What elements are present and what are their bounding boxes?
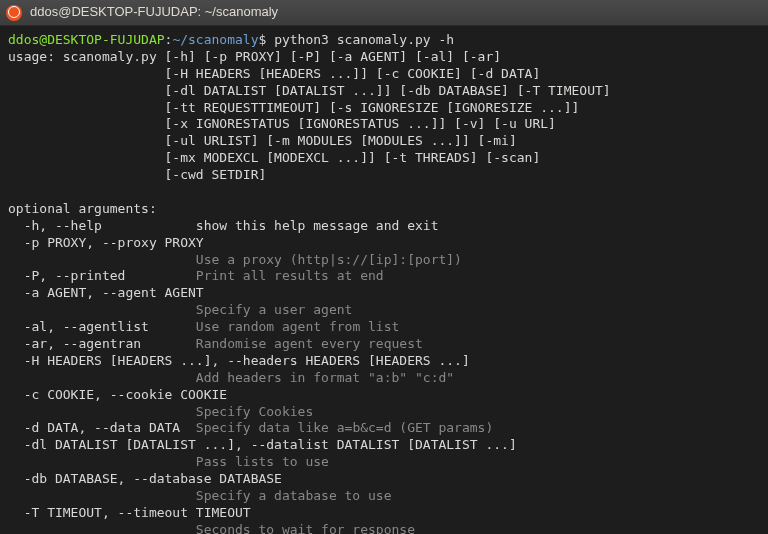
arg-agent-flag: -a AGENT, --agent AGENT: [8, 285, 760, 302]
usage-line: [-dl DATALIST [DATALIST ...]] [-db DATAB…: [8, 83, 760, 100]
command-text: python3 scanomaly.py -h: [274, 32, 454, 47]
arg-datalist-flag: -dl DATALIST [DATALIST ...], --datalist …: [8, 437, 760, 454]
arg-timeout-flag: -T TIMEOUT, --timeout TIMEOUT: [8, 505, 760, 522]
arg-headers-flag: -H HEADERS [HEADERS ...], --headers HEAD…: [8, 353, 760, 370]
window-titlebar: ddos@DESKTOP-FUJUDAP: ~/scanomaly: [0, 0, 768, 26]
arg-data: -d DATA, --data DATA Specify data like a…: [8, 420, 760, 437]
blank-line: [8, 184, 760, 201]
arg-headers-desc: Add headers in format "a:b" "c:d": [8, 370, 760, 387]
arg-database-desc: Specify a database to use: [8, 488, 760, 505]
terminal-body[interactable]: ddos@DESKTOP-FUJUDAP:~/scanomaly$ python…: [0, 26, 768, 534]
arg-help: -h, --help show this help message and ex…: [8, 218, 760, 235]
arg-database-flag: -db DATABASE, --database DATABASE: [8, 471, 760, 488]
arg-agentran: -ar, --agentran Randomise agent every re…: [8, 336, 760, 353]
arg-desc: show this help message and exit: [196, 218, 439, 233]
window-title: ddos@DESKTOP-FUJUDAP: ~/scanomaly: [30, 4, 278, 21]
arg-desc: Use random agent from list: [196, 319, 400, 334]
arg-desc: Randomise agent every request: [196, 336, 423, 351]
arg-agent-desc: Specify a user agent: [8, 302, 760, 319]
arg-desc: Print all results at end: [196, 268, 384, 283]
arg-flag: -h, --help: [8, 218, 196, 233]
prompt-at: @: [39, 32, 47, 47]
prompt-user: ddos: [8, 32, 39, 47]
arg-cookie-desc: Specify Cookies: [8, 404, 760, 421]
optional-args-header: optional arguments:: [8, 201, 760, 218]
prompt-host: DESKTOP-FUJUDAP: [47, 32, 164, 47]
arg-desc: Specify data like a=b&c=d (GET params): [196, 420, 493, 435]
usage-line: [-cwd SETDIR]: [8, 167, 760, 184]
prompt-path: ~/scanomaly: [172, 32, 258, 47]
arg-flag: -d DATA, --data DATA: [8, 420, 196, 435]
prompt-dollar: $: [258, 32, 274, 47]
usage-line: [-H HEADERS [HEADERS ...]] [-c COOKIE] […: [8, 66, 760, 83]
arg-flag: -P, --printed: [8, 268, 196, 283]
usage-line: usage: scanomaly.py [-h] [-p PROXY] [-P]…: [8, 49, 760, 66]
arg-proxy-desc: Use a proxy (http|s://[ip]:[port]): [8, 252, 760, 269]
usage-line: [-mx MODEXCL [MODEXCL ...]] [-t THREADS]…: [8, 150, 760, 167]
arg-agentlist: -al, --agentlist Use random agent from l…: [8, 319, 760, 336]
arg-timeout-desc: Seconds to wait for response: [8, 522, 760, 534]
arg-flag: -al, --agentlist: [8, 319, 196, 334]
arg-cookie-flag: -c COOKIE, --cookie COOKIE: [8, 387, 760, 404]
usage-line: [-ul URLIST] [-m MODULES [MODULES ...]] …: [8, 133, 760, 150]
arg-flag: -ar, --agentran: [8, 336, 196, 351]
prompt-line: ddos@DESKTOP-FUJUDAP:~/scanomaly$ python…: [8, 32, 760, 49]
arg-printed: -P, --printed Print all results at end: [8, 268, 760, 285]
arg-datalist-desc: Pass lists to use: [8, 454, 760, 471]
arg-proxy-flag: -p PROXY, --proxy PROXY: [8, 235, 760, 252]
usage-line: [-x IGNORESTATUS [IGNORESTATUS ...]] [-v…: [8, 116, 760, 133]
ubuntu-icon: [6, 5, 22, 21]
usage-line: [-tt REQUESTTIMEOUT] [-s IGNORESIZE [IGN…: [8, 100, 760, 117]
